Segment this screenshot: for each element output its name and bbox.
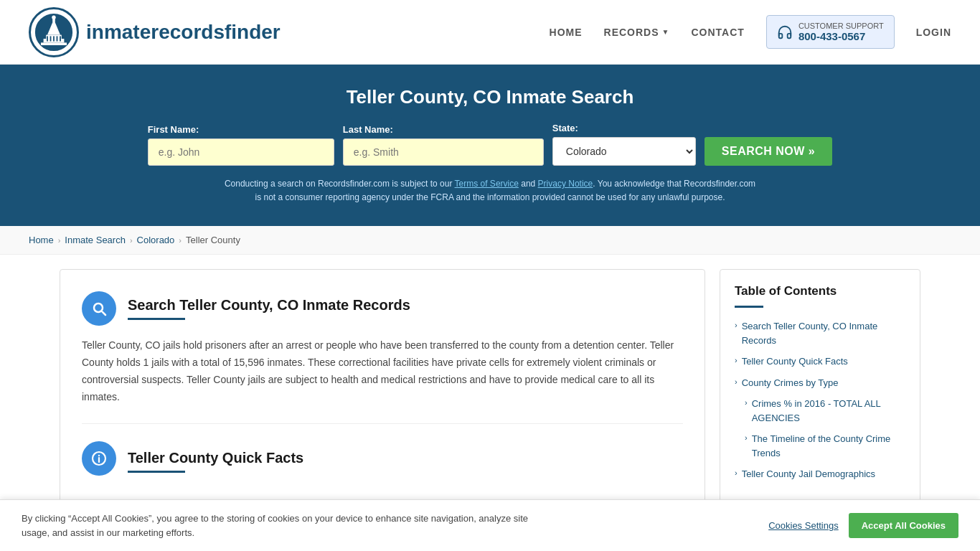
search-button[interactable]: SEARCH NOW » <box>705 137 832 166</box>
breadcrumb-sep-3: › <box>179 236 182 245</box>
section1-title: Search Teller County, CO Inmate Records <box>128 297 410 314</box>
chevron-icon-4: › <box>745 398 748 407</box>
info-icon <box>90 450 108 467</box>
chevron-icon-2: › <box>735 356 738 364</box>
toc-item-6[interactable]: › Teller County Jail Demographics <box>735 467 905 481</box>
page-title: Teller County, CO Inmate Search <box>29 86 951 108</box>
support-info: CUSTOMER SUPPORT 800-433-0567 <box>798 22 884 42</box>
cookie-settings-button[interactable]: Cookies Settings <box>768 520 839 531</box>
svg-point-5 <box>52 15 55 19</box>
nav-home[interactable]: HOME <box>550 27 583 38</box>
svg-rect-11 <box>60 36 61 41</box>
cookie-actions: Cookies Settings Accept All Cookies <box>768 513 958 531</box>
nav-contact[interactable]: CONTACT <box>691 27 744 38</box>
cookie-banner: By clicking “Accept All Cookies”, you ag… <box>0 499 980 531</box>
section1-title-block: Search Teller County, CO Inmate Records <box>128 297 410 320</box>
hero-disclaimer: Conducting a search on Recordsfinder.com… <box>221 177 759 204</box>
search-icon <box>90 300 108 317</box>
breadcrumb-sep-2: › <box>130 236 133 245</box>
breadcrumb-current: Teller County <box>186 235 240 245</box>
nav-records[interactable]: RECORDS ▼ <box>604 27 670 38</box>
toc-box: Table of Contents › Search Teller County… <box>720 269 920 504</box>
section2-header: Teller County Quick Facts <box>82 441 683 476</box>
chevron-icon-5: › <box>745 433 748 442</box>
cookie-accept-button[interactable]: Accept All Cookies <box>849 513 958 531</box>
headphone-icon <box>777 24 793 40</box>
breadcrumb: Home › Inmate Search › Colorado › Teller… <box>0 226 980 255</box>
state-label: State: <box>552 123 578 133</box>
toc-link-3[interactable]: County Crimes by Type <box>742 376 839 390</box>
cookie-text: By clicking “Accept All Cookies”, you ag… <box>22 512 538 531</box>
section-divider <box>82 423 683 424</box>
breadcrumb-inmate-search[interactable]: Inmate Search <box>65 235 126 245</box>
last-name-input[interactable] <box>343 138 544 166</box>
toc-item-5[interactable]: › The Timeline of the County Crime Trend… <box>735 432 905 460</box>
svg-point-14 <box>98 454 100 456</box>
section2-title: Teller County Quick Facts <box>128 450 303 466</box>
main-content: Search Teller County, CO Inmate Records … <box>31 269 949 516</box>
last-name-label: Last Name: <box>343 124 393 135</box>
toc-link-1[interactable]: Search Teller County, CO Inmate Records <box>742 319 905 347</box>
content-left: Search Teller County, CO Inmate Records … <box>60 269 705 516</box>
section1-header: Search Teller County, CO Inmate Records <box>82 291 683 326</box>
first-name-label: First Name: <box>148 124 199 135</box>
breadcrumb-home[interactable]: Home <box>29 235 54 245</box>
toc-item-1[interactable]: › Search Teller County, CO Inmate Record… <box>735 319 905 347</box>
search-form: First Name: Last Name: State: Colorado A… <box>149 123 831 166</box>
svg-rect-7 <box>47 36 48 41</box>
chevron-down-icon: ▼ <box>662 28 670 36</box>
toc-divider <box>735 306 763 308</box>
chevron-icon-3: › <box>735 377 738 386</box>
logo-text: inmaterecordsfinder <box>86 21 281 44</box>
toc-item-2[interactable]: › Teller County Quick Facts <box>735 354 905 369</box>
section1-body: Teller County, CO jails hold prisoners a… <box>82 337 683 405</box>
site-header: inmaterecordsfinder HOME RECORDS ▼ CONTA… <box>0 0 980 65</box>
toc-link-5[interactable]: The Timeline of the County Crime Trends <box>752 432 905 460</box>
logo-icon <box>29 7 79 57</box>
toc-title: Table of Contents <box>735 284 905 298</box>
section2-underline <box>128 471 185 473</box>
search-section-icon <box>82 291 116 326</box>
section2-title-block: Teller County Quick Facts <box>128 444 303 473</box>
section1-underline <box>128 318 185 320</box>
chevron-icon-6: › <box>735 468 738 477</box>
toc-item-3[interactable]: › County Crimes by Type <box>735 376 905 390</box>
svg-rect-8 <box>50 36 52 41</box>
toc-link-6[interactable]: Teller County Jail Demographics <box>742 467 875 481</box>
privacy-link[interactable]: Privacy Notice <box>538 179 593 189</box>
svg-rect-10 <box>57 36 58 41</box>
hero-section: Teller County, CO Inmate Search First Na… <box>0 65 980 226</box>
toc-link-4[interactable]: Crimes % in 2016 - TOTAL ALL AGENCIES <box>752 397 905 425</box>
logo-area[interactable]: inmaterecordsfinder <box>29 7 281 57</box>
customer-support-box[interactable]: CUSTOMER SUPPORT 800-433-0567 <box>766 15 895 49</box>
nav-login[interactable]: LOGIN <box>916 27 951 38</box>
last-name-group: Last Name: <box>343 124 544 166</box>
toc-link-2[interactable]: Teller County Quick Facts <box>742 354 848 369</box>
svg-rect-6 <box>41 42 67 45</box>
state-group: State: Colorado Alabama Alaska Arizona C… <box>552 123 696 166</box>
toc-item-4[interactable]: › Crimes % in 2016 - TOTAL ALL AGENCIES <box>735 397 905 425</box>
breadcrumb-colorado[interactable]: Colorado <box>137 235 175 245</box>
chevron-icon-1: › <box>735 321 738 329</box>
breadcrumb-sep-1: › <box>58 236 61 245</box>
facts-section-icon <box>82 441 116 476</box>
main-nav: HOME RECORDS ▼ CONTACT CUSTOMER SUPPORT … <box>550 15 951 49</box>
section2-partial: Teller County Quick Facts <box>82 441 683 494</box>
sidebar: Table of Contents › Search Teller County… <box>720 269 920 504</box>
first-name-input[interactable] <box>148 138 334 166</box>
first-name-group: First Name: <box>148 124 334 166</box>
svg-rect-9 <box>53 36 55 41</box>
terms-link[interactable]: Terms of Service <box>455 179 519 189</box>
state-select[interactable]: Colorado Alabama Alaska Arizona Californ… <box>552 137 696 166</box>
